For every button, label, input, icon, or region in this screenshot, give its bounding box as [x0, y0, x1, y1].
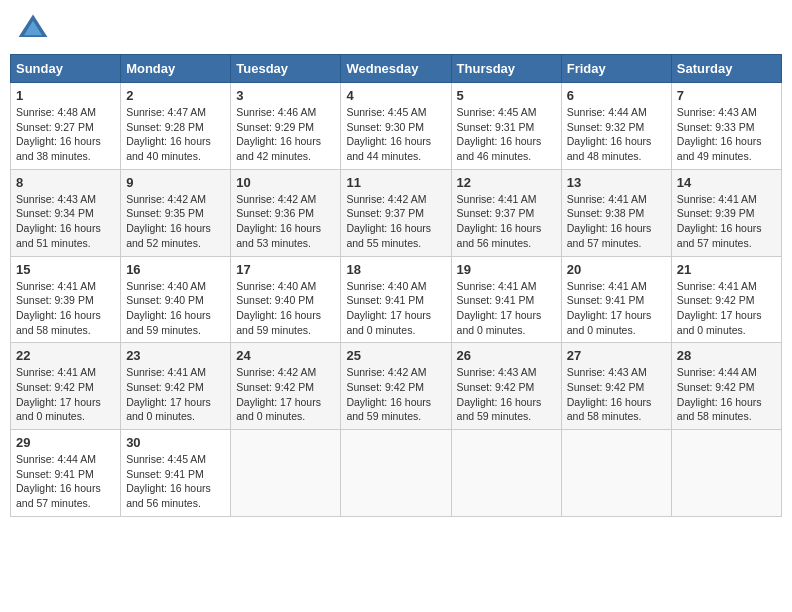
sunrise: Sunrise: 4:42 AM [346, 366, 426, 378]
day-info: Sunrise: 4:43 AMSunset: 9:33 PMDaylight:… [677, 105, 776, 164]
sunset: Sunset: 9:31 PM [457, 121, 535, 133]
day-info: Sunrise: 4:41 AMSunset: 9:39 PMDaylight:… [16, 279, 115, 338]
daylight: Daylight: 16 hours and 49 minutes. [677, 135, 762, 162]
day-number: 26 [457, 348, 556, 363]
day-number: 6 [567, 88, 666, 103]
sunrise: Sunrise: 4:48 AM [16, 106, 96, 118]
calendar-day-cell: 6Sunrise: 4:44 AMSunset: 9:32 PMDaylight… [561, 83, 671, 170]
page-header [10, 10, 782, 46]
sunrise: Sunrise: 4:42 AM [236, 193, 316, 205]
calendar-day-cell: 27Sunrise: 4:43 AMSunset: 9:42 PMDayligh… [561, 343, 671, 430]
sunset: Sunset: 9:32 PM [567, 121, 645, 133]
day-number: 22 [16, 348, 115, 363]
sunset: Sunset: 9:41 PM [126, 468, 204, 480]
calendar-day-cell: 3Sunrise: 4:46 AMSunset: 9:29 PMDaylight… [231, 83, 341, 170]
sunset: Sunset: 9:40 PM [126, 294, 204, 306]
day-info: Sunrise: 4:45 AMSunset: 9:41 PMDaylight:… [126, 452, 225, 511]
sunrise: Sunrise: 4:41 AM [16, 280, 96, 292]
day-number: 27 [567, 348, 666, 363]
calendar-day-cell: 26Sunrise: 4:43 AMSunset: 9:42 PMDayligh… [451, 343, 561, 430]
sunset: Sunset: 9:33 PM [677, 121, 755, 133]
calendar-day-cell: 14Sunrise: 4:41 AMSunset: 9:39 PMDayligh… [671, 169, 781, 256]
sunrise: Sunrise: 4:41 AM [567, 193, 647, 205]
sunset: Sunset: 9:42 PM [346, 381, 424, 393]
day-number: 11 [346, 175, 445, 190]
sunset: Sunset: 9:36 PM [236, 207, 314, 219]
calendar-day-cell [561, 430, 671, 517]
calendar-day-cell: 2Sunrise: 4:47 AMSunset: 9:28 PMDaylight… [121, 83, 231, 170]
day-info: Sunrise: 4:46 AMSunset: 9:29 PMDaylight:… [236, 105, 335, 164]
calendar-day-cell: 5Sunrise: 4:45 AMSunset: 9:31 PMDaylight… [451, 83, 561, 170]
sunset: Sunset: 9:41 PM [16, 468, 94, 480]
calendar-day-cell: 30Sunrise: 4:45 AMSunset: 9:41 PMDayligh… [121, 430, 231, 517]
daylight: Daylight: 16 hours and 58 minutes. [16, 309, 101, 336]
sunset: Sunset: 9:30 PM [346, 121, 424, 133]
sunrise: Sunrise: 4:40 AM [236, 280, 316, 292]
day-number: 13 [567, 175, 666, 190]
daylight: Daylight: 16 hours and 53 minutes. [236, 222, 321, 249]
sunrise: Sunrise: 4:44 AM [567, 106, 647, 118]
daylight: Daylight: 16 hours and 51 minutes. [16, 222, 101, 249]
day-info: Sunrise: 4:44 AMSunset: 9:32 PMDaylight:… [567, 105, 666, 164]
day-info: Sunrise: 4:42 AMSunset: 9:42 PMDaylight:… [236, 365, 335, 424]
calendar-header-row: SundayMondayTuesdayWednesdayThursdayFrid… [11, 55, 782, 83]
sunrise: Sunrise: 4:41 AM [677, 280, 757, 292]
calendar-day-header: Wednesday [341, 55, 451, 83]
day-info: Sunrise: 4:43 AMSunset: 9:42 PMDaylight:… [567, 365, 666, 424]
sunrise: Sunrise: 4:40 AM [346, 280, 426, 292]
day-info: Sunrise: 4:41 AMSunset: 9:42 PMDaylight:… [16, 365, 115, 424]
daylight: Daylight: 16 hours and 57 minutes. [677, 222, 762, 249]
day-number: 8 [16, 175, 115, 190]
daylight: Daylight: 16 hours and 55 minutes. [346, 222, 431, 249]
calendar-day-cell [231, 430, 341, 517]
day-number: 15 [16, 262, 115, 277]
sunset: Sunset: 9:42 PM [677, 294, 755, 306]
day-number: 5 [457, 88, 556, 103]
sunset: Sunset: 9:41 PM [457, 294, 535, 306]
sunrise: Sunrise: 4:43 AM [457, 366, 537, 378]
sunset: Sunset: 9:37 PM [346, 207, 424, 219]
day-number: 1 [16, 88, 115, 103]
sunrise: Sunrise: 4:41 AM [567, 280, 647, 292]
calendar-day-cell: 15Sunrise: 4:41 AMSunset: 9:39 PMDayligh… [11, 256, 121, 343]
calendar-day-cell: 24Sunrise: 4:42 AMSunset: 9:42 PMDayligh… [231, 343, 341, 430]
daylight: Daylight: 17 hours and 0 minutes. [236, 396, 321, 423]
day-number: 21 [677, 262, 776, 277]
calendar-day-cell [451, 430, 561, 517]
calendar-day-cell: 18Sunrise: 4:40 AMSunset: 9:41 PMDayligh… [341, 256, 451, 343]
day-info: Sunrise: 4:42 AMSunset: 9:35 PMDaylight:… [126, 192, 225, 251]
sunrise: Sunrise: 4:40 AM [126, 280, 206, 292]
sunrise: Sunrise: 4:46 AM [236, 106, 316, 118]
calendar-day-header: Saturday [671, 55, 781, 83]
sunset: Sunset: 9:42 PM [16, 381, 94, 393]
day-number: 28 [677, 348, 776, 363]
daylight: Daylight: 16 hours and 57 minutes. [16, 482, 101, 509]
day-info: Sunrise: 4:45 AMSunset: 9:31 PMDaylight:… [457, 105, 556, 164]
daylight: Daylight: 17 hours and 0 minutes. [346, 309, 431, 336]
day-number: 3 [236, 88, 335, 103]
day-number: 16 [126, 262, 225, 277]
day-info: Sunrise: 4:45 AMSunset: 9:30 PMDaylight:… [346, 105, 445, 164]
calendar-day-header: Friday [561, 55, 671, 83]
day-number: 18 [346, 262, 445, 277]
sunrise: Sunrise: 4:47 AM [126, 106, 206, 118]
day-info: Sunrise: 4:42 AMSunset: 9:42 PMDaylight:… [346, 365, 445, 424]
daylight: Daylight: 17 hours and 0 minutes. [457, 309, 542, 336]
day-number: 7 [677, 88, 776, 103]
sunset: Sunset: 9:42 PM [126, 381, 204, 393]
day-info: Sunrise: 4:40 AMSunset: 9:40 PMDaylight:… [126, 279, 225, 338]
calendar-week-row: 8Sunrise: 4:43 AMSunset: 9:34 PMDaylight… [11, 169, 782, 256]
calendar-table: SundayMondayTuesdayWednesdayThursdayFrid… [10, 54, 782, 517]
sunrise: Sunrise: 4:41 AM [457, 193, 537, 205]
calendar-day-cell: 29Sunrise: 4:44 AMSunset: 9:41 PMDayligh… [11, 430, 121, 517]
calendar-day-cell: 19Sunrise: 4:41 AMSunset: 9:41 PMDayligh… [451, 256, 561, 343]
day-number: 29 [16, 435, 115, 450]
daylight: Daylight: 17 hours and 0 minutes. [677, 309, 762, 336]
day-info: Sunrise: 4:47 AMSunset: 9:28 PMDaylight:… [126, 105, 225, 164]
day-number: 19 [457, 262, 556, 277]
day-info: Sunrise: 4:41 AMSunset: 9:41 PMDaylight:… [457, 279, 556, 338]
sunset: Sunset: 9:28 PM [126, 121, 204, 133]
daylight: Daylight: 16 hours and 48 minutes. [567, 135, 652, 162]
sunset: Sunset: 9:40 PM [236, 294, 314, 306]
sunset: Sunset: 9:41 PM [567, 294, 645, 306]
